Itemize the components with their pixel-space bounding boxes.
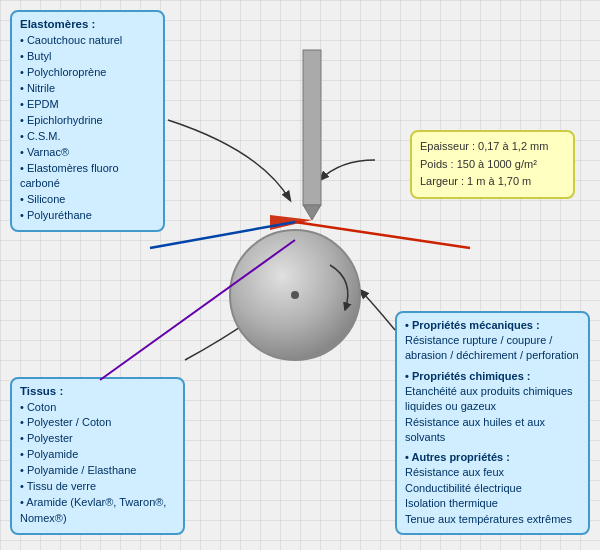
tissus-list: Coton Polyester / Coton Polyester Polyam… (20, 400, 175, 528)
list-item: Caoutchouc naturel (20, 33, 155, 49)
elastomeres-list: Caoutchouc naturel Butyl Polychloroprène… (20, 33, 155, 224)
list-item: Nitrile (20, 81, 155, 97)
list-item: Polyester (20, 431, 175, 447)
list-item: Aramide (Kevlar®, Twaron®, Nomex®) (20, 495, 175, 527)
svg-marker-3 (303, 205, 321, 220)
svg-point-0 (230, 230, 360, 360)
list-item: Epichlorhydrine (20, 113, 155, 129)
list-item: Coton (20, 400, 175, 416)
autres-title: • Autres propriétés : (405, 451, 580, 463)
elastomeres-box: Elastomères : Caoutchouc naturel Butyl P… (10, 10, 165, 232)
svg-line-5 (150, 222, 295, 248)
svg-rect-2 (303, 50, 321, 205)
list-item: Varnac® (20, 145, 155, 161)
list-item: Polyester / Coton (20, 415, 175, 431)
svg-line-7 (100, 240, 295, 380)
dimension-line1: Epaisseur : 0,17 à 1,2 mm (420, 138, 565, 156)
elastomeres-title: Elastomères : (20, 18, 155, 30)
dimension-line3: Largeur : 1 m à 1,70 m (420, 173, 565, 191)
list-item: C.S.M. (20, 129, 155, 145)
dimensions-box: Epaisseur : 0,17 à 1,2 mm Poids : 150 à … (410, 130, 575, 199)
svg-line-6 (295, 222, 470, 248)
chim-text: Etanchéité aux produits chimiques liquid… (405, 384, 580, 446)
list-item: Elastomères fluoro carboné (20, 161, 155, 193)
tissus-title: Tissus : (20, 385, 175, 397)
svg-marker-4 (270, 215, 312, 230)
properties-box: • Propriétés mécaniques : Résistance rup… (395, 311, 590, 535)
list-item: Polychloroprène (20, 65, 155, 81)
dimension-line2: Poids : 150 à 1000 g/m² (420, 156, 565, 174)
meca-text: Résistance rupture / coupure / abrasion … (405, 333, 580, 364)
list-item: Butyl (20, 49, 155, 65)
tissus-box: Tissus : Coton Polyester / Coton Polyest… (10, 377, 185, 536)
list-item: Silicone (20, 192, 155, 208)
list-item: Polyamide / Elasthane (20, 463, 175, 479)
meca-title: • Propriétés mécaniques : (405, 319, 580, 331)
list-item: Polyamide (20, 447, 175, 463)
list-item: EPDM (20, 97, 155, 113)
autres-text: Résistance aux feux Conductibilité élect… (405, 465, 580, 527)
list-item: Tissu de verre (20, 479, 175, 495)
list-item: Polyuréthane (20, 208, 155, 224)
svg-point-1 (291, 291, 299, 299)
chim-title: • Propriétés chimiques : (405, 370, 580, 382)
